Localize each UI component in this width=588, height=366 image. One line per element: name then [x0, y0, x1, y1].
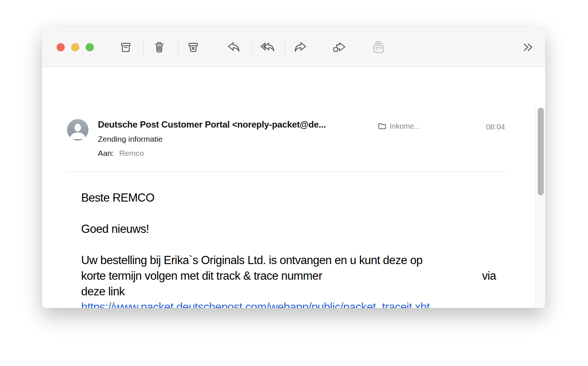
trash-icon: [153, 41, 166, 54]
mailbox-name: Inkome...: [390, 122, 420, 131]
recipient-row: Aan: Remco: [98, 149, 144, 158]
paragraph-line-2-tail: via: [482, 268, 496, 284]
intro-line: Goed nieuws!: [81, 221, 500, 237]
more-toolbar-items-button[interactable]: [520, 39, 536, 55]
more-chevrons-icon: [522, 42, 533, 52]
archive-icon: [119, 41, 132, 54]
tracking-link-line-1: https://www.packet.deutschepost.com/weba…: [81, 301, 429, 308]
toolbar-separator: [251, 39, 252, 56]
greeting-line: Beste REMCO: [81, 190, 500, 206]
reply-icon: [227, 41, 241, 54]
reply-button[interactable]: [226, 39, 242, 55]
redirect-button[interactable]: [331, 39, 347, 55]
close-window-button[interactable]: [57, 43, 65, 51]
paragraph-line-1: Uw bestelling bij Erika`s Originals Ltd.…: [81, 253, 500, 268]
junk-icon: [187, 41, 199, 54]
toolbar: [42, 28, 545, 67]
paragraph-line-2-text: korte termijn volgen met dit track & tra…: [81, 268, 322, 284]
minimize-window-button[interactable]: [71, 43, 79, 51]
message-body: Beste REMCO Goed nieuws! Uw bestelling b…: [81, 190, 500, 308]
reply-all-icon: [260, 41, 275, 54]
message-pane: Deutsche Post Customer Portal <noreply-p…: [42, 67, 545, 308]
paragraph-line-3: deze link: [81, 284, 500, 299]
reply-all-button[interactable]: [259, 39, 276, 55]
mailbox-chip: Inkome...: [378, 122, 420, 131]
message-subject: Zending informatie: [98, 135, 163, 144]
zoom-window-button[interactable]: [86, 43, 94, 51]
tracking-link[interactable]: https://www.packet.deutschepost.com/weba…: [81, 301, 429, 308]
toolbar-separator: [285, 39, 285, 56]
folder-icon: [378, 123, 386, 130]
junk-button[interactable]: [185, 39, 201, 55]
toolbar-separator: [178, 39, 179, 56]
forward-button[interactable]: [292, 39, 309, 55]
redirect-icon: [332, 41, 346, 54]
summarize-icon: [371, 41, 386, 54]
sender-avatar-icon: [67, 119, 89, 141]
scrollbar-track[interactable]: [535, 107, 545, 308]
mail-window: Deutsche Post Customer Portal <noreply-p…: [42, 28, 545, 308]
paragraph-line-2: korte termijn volgen met dit track & tra…: [81, 268, 500, 284]
scrollbar-thumb[interactable]: [538, 108, 544, 195]
archive-button[interactable]: [118, 39, 134, 55]
to-label: Aan:: [98, 149, 114, 158]
delete-button[interactable]: [151, 39, 167, 55]
header-divider: [66, 171, 506, 172]
summarize-button[interactable]: [370, 39, 387, 55]
toolbar-separator: [143, 39, 144, 56]
forward-icon: [293, 41, 307, 54]
message-time: 08:04: [486, 122, 505, 131]
window-controls: [57, 43, 94, 51]
sender-name: Deutsche Post Customer Portal <noreply-p…: [98, 119, 373, 130]
recipient-name: Remco: [119, 149, 144, 158]
